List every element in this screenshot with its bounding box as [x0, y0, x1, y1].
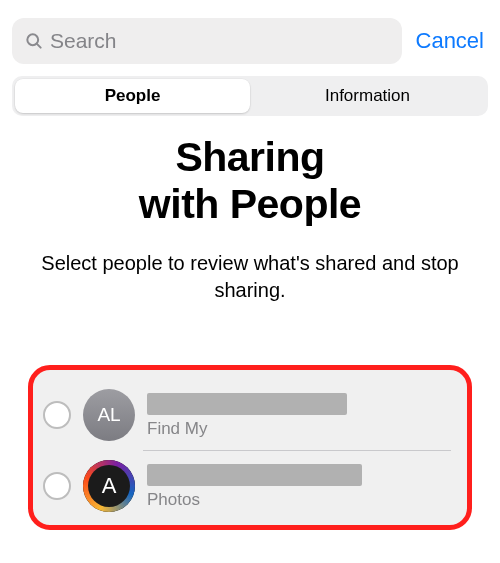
top-bar: Search Cancel [0, 10, 500, 70]
avatar: AL [83, 389, 135, 441]
people-list-highlight: AL Find My A Photos [28, 365, 472, 530]
person-name-redacted [147, 464, 362, 486]
people-list: AL Find My A Photos [33, 370, 467, 525]
row-content: Find My [147, 391, 453, 439]
sheet-handle [0, 0, 500, 10]
cancel-button[interactable]: Cancel [412, 28, 488, 54]
app-label: Find My [147, 419, 453, 439]
search-input[interactable]: Search [12, 18, 402, 64]
tab-people[interactable]: People [15, 79, 250, 113]
search-icon [24, 31, 44, 51]
page-subtitle: Select people to review what's shared an… [20, 250, 480, 304]
app-label: Photos [147, 490, 453, 510]
avatar-initials: A [102, 473, 117, 499]
page-title: Sharing with People [20, 134, 480, 228]
search-placeholder: Search [50, 29, 117, 53]
person-name-redacted [147, 393, 347, 415]
person-row[interactable]: AL Find My [41, 380, 459, 450]
title-line1: Sharing [175, 134, 324, 180]
tab-information[interactable]: Information [250, 79, 485, 113]
title-block: Sharing with People Select people to rev… [0, 134, 500, 304]
row-content: Photos [147, 462, 453, 510]
person-row[interactable]: A Photos [41, 451, 459, 521]
segmented-control: People Information [12, 76, 488, 116]
svg-line-1 [37, 44, 41, 48]
avatar: A [83, 460, 135, 512]
title-line2: with People [139, 181, 361, 227]
select-radio[interactable] [43, 401, 71, 429]
avatar-initials: AL [97, 404, 120, 426]
select-radio[interactable] [43, 472, 71, 500]
